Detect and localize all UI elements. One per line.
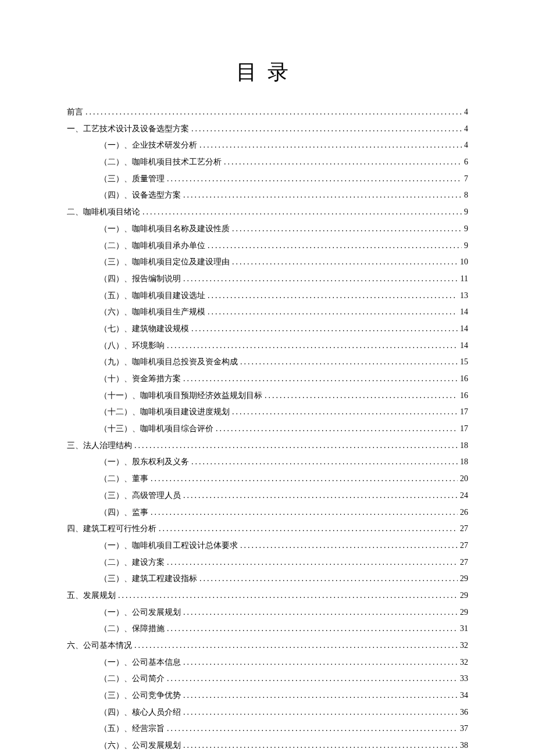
toc-entry-leader bbox=[118, 587, 458, 604]
toc-entry-leader bbox=[167, 621, 458, 637]
toc-entry: （二）、保障措施31 bbox=[67, 621, 468, 637]
toc-entry: （二）、董事20 bbox=[67, 471, 468, 488]
toc-entry: 三、法人治理结构18 bbox=[67, 438, 468, 454]
toc-entry-page: 17 bbox=[460, 404, 468, 421]
toc-entry-label: （九）、咖啡机项目总投资及资金构成 bbox=[99, 354, 238, 371]
toc-entry-page: 29 bbox=[460, 604, 468, 621]
toc-entry-page: 18 bbox=[460, 438, 468, 454]
toc-entry-label: （六）、公司发展规划 bbox=[99, 737, 181, 754]
toc-entry: （七）、建筑物建设规模14 bbox=[67, 321, 468, 338]
toc-entry-page: 29 bbox=[460, 571, 468, 587]
toc-entry: （十三）、咖啡机项目综合评价17 bbox=[67, 421, 468, 438]
toc-entry-leader bbox=[232, 221, 462, 238]
toc-entry-label: （二）、公司简介 bbox=[99, 671, 165, 687]
toc-entry: （三）、建筑工程建设指标29 bbox=[67, 571, 468, 587]
toc-entry-label: （十）、资金筹措方案 bbox=[99, 371, 181, 388]
toc-entry-page: 16 bbox=[460, 388, 468, 404]
toc-entry-page: 29 bbox=[460, 587, 468, 604]
toc-entry-page: 26 bbox=[460, 504, 468, 521]
toc-entry-leader bbox=[183, 187, 462, 204]
toc-entry: （十）、资金筹措方案16 bbox=[67, 371, 468, 388]
toc-entry-leader bbox=[167, 721, 458, 737]
toc-entry-page: 6 bbox=[464, 154, 468, 171]
toc-entry-page: 38 bbox=[460, 737, 468, 754]
toc-entry-leader bbox=[134, 438, 458, 454]
toc-entry-label: （四）、核心人员介绍 bbox=[99, 704, 181, 721]
toc-entry-page: 8 bbox=[464, 187, 468, 204]
toc-entry: 六、公司基本情况32 bbox=[67, 637, 468, 654]
toc-entry-leader bbox=[240, 354, 458, 371]
toc-entry-label: （三）、质量管理 bbox=[99, 171, 165, 188]
toc-entry-label: （二）、咖啡机项目技术工艺分析 bbox=[99, 154, 222, 171]
toc-entry-label: （三）、高级管理人员 bbox=[99, 488, 181, 504]
toc-entry: （二）、咖啡机项目技术工艺分析6 bbox=[67, 154, 468, 171]
toc-entry-page: 14 bbox=[460, 338, 468, 354]
toc-entry-page: 33 bbox=[460, 671, 468, 687]
toc-entry: 五、发展规划29 bbox=[67, 587, 468, 604]
toc-entry-leader bbox=[191, 454, 458, 471]
toc-entry: （五）、咖啡机项目建设选址13 bbox=[67, 288, 468, 304]
toc-entry: 前言4 bbox=[67, 104, 468, 121]
toc-entry: （一）、公司基本信息32 bbox=[67, 654, 468, 671]
toc-entry-page: 4 bbox=[464, 137, 468, 154]
toc-entry-page: 24 bbox=[460, 488, 468, 504]
toc-entry-leader bbox=[183, 488, 458, 504]
toc-entry: （一）、咖啡机项目名称及建设性质9 bbox=[67, 221, 468, 238]
toc-entry-label: （七）、建筑物建设规模 bbox=[99, 321, 189, 338]
toc-entry-label: （十二）、咖啡机项目建设进度规划 bbox=[99, 404, 230, 421]
toc-entry: （六）、公司发展规划38 bbox=[67, 737, 468, 754]
toc-entry: （三）、咖啡机项目定位及建设理由10 bbox=[67, 254, 468, 271]
toc-entry-label: 四、建筑工程可行性分析 bbox=[67, 521, 156, 538]
toc-entry-page: 32 bbox=[460, 637, 468, 654]
toc-entry-label: （二）、咖啡机项目承办单位 bbox=[99, 238, 205, 255]
toc-entry: （十一）、咖啡机项目预期经济效益规划目标16 bbox=[67, 388, 468, 404]
toc-entry-label: （一）、股东权利及义务 bbox=[99, 454, 189, 471]
toc-entry-leader bbox=[191, 321, 458, 338]
toc-entry-page: 18 bbox=[460, 454, 468, 471]
toc-entry-leader bbox=[183, 271, 458, 288]
toc-entry: （一）、企业技术研发分析4 bbox=[67, 137, 468, 154]
toc-entry-leader bbox=[183, 371, 458, 388]
toc-entry-page: 27 bbox=[460, 521, 468, 538]
toc-entry-label: （二）、保障措施 bbox=[99, 621, 165, 637]
toc-entry: （一）、公司发展规划29 bbox=[67, 604, 468, 621]
toc-entry: （二）、咖啡机项目承办单位9 bbox=[67, 238, 468, 255]
toc-entry: （八）、环境影响14 bbox=[67, 338, 468, 354]
toc-entry-leader bbox=[142, 204, 462, 221]
toc-entry-page: 10 bbox=[460, 254, 468, 271]
toc-entry-leader bbox=[151, 504, 458, 521]
toc-entry: （四）、报告编制说明11 bbox=[67, 271, 468, 288]
toc-entry-page: 13 bbox=[460, 288, 468, 304]
toc-entry: （六）、咖啡机项目生产规模14 bbox=[67, 304, 468, 321]
toc-entry: 一、工艺技术设计及设备选型方案4 bbox=[67, 121, 468, 138]
toc-entry: 四、建筑工程可行性分析27 bbox=[67, 521, 468, 538]
toc-entry-label: （六）、咖啡机项目生产规模 bbox=[99, 304, 205, 321]
toc-entry-leader bbox=[159, 521, 458, 538]
toc-entry-page: 14 bbox=[460, 321, 468, 338]
toc-entry-label: （三）、公司竞争优势 bbox=[99, 687, 181, 704]
toc-entry: （三）、公司竞争优势34 bbox=[67, 687, 468, 704]
toc-entry-label: （一）、企业技术研发分析 bbox=[99, 137, 197, 154]
toc-entry-leader bbox=[265, 388, 458, 404]
toc-entry-leader bbox=[232, 404, 458, 421]
toc-entry-page: 4 bbox=[464, 104, 468, 121]
toc-entry-page: 9 bbox=[464, 204, 468, 221]
toc-entry-label: （十三）、咖啡机项目综合评价 bbox=[99, 421, 213, 438]
toc-entry-leader bbox=[216, 421, 458, 438]
toc-entry-label: （一）、公司基本信息 bbox=[99, 654, 181, 671]
toc-entry-leader bbox=[199, 571, 458, 587]
toc-entry-leader bbox=[183, 604, 458, 621]
toc-entry: （一）、咖啡机项目工程设计总体要求27 bbox=[67, 538, 468, 554]
toc-entry-page: 9 bbox=[464, 238, 468, 255]
toc-entry-page: 17 bbox=[460, 421, 468, 438]
toc-entry-label: 三、法人治理结构 bbox=[67, 438, 132, 454]
toc-entry-page: 36 bbox=[460, 704, 468, 721]
toc-entry-leader bbox=[208, 238, 462, 255]
toc-entry-page: 34 bbox=[460, 687, 468, 704]
toc-entry-leader bbox=[224, 154, 462, 171]
toc-entry-leader bbox=[167, 671, 458, 687]
toc-entry: （十二）、咖啡机项目建设进度规划17 bbox=[67, 404, 468, 421]
toc-entry-label: 一、工艺技术设计及设备选型方案 bbox=[67, 121, 189, 138]
toc-entry-page: 14 bbox=[460, 304, 468, 321]
toc-entry-page: 20 bbox=[460, 471, 468, 488]
